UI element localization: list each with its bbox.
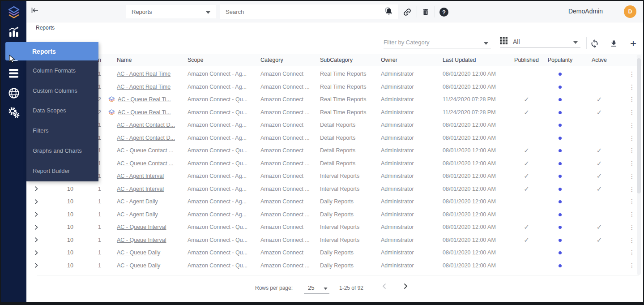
row-subcategory: Daily Reports bbox=[313, 211, 375, 218]
report-name-link[interactable]: AC - Agent Real Time bbox=[117, 71, 171, 77]
notifications-bell-icon[interactable] bbox=[383, 6, 395, 18]
active-check-icon: ✓ bbox=[597, 185, 602, 193]
row-expand-icon[interactable] bbox=[34, 186, 38, 192]
flyout-item[interactable]: Column Formats bbox=[26, 60, 98, 81]
column-header-name[interactable]: Name bbox=[105, 57, 181, 63]
rows-per-page-select[interactable]: 25 bbox=[304, 282, 329, 294]
report-name-link[interactable]: AC - Agent Real Time bbox=[117, 84, 171, 90]
row-menu-icon[interactable]: ⋮ bbox=[627, 109, 637, 116]
report-name-link[interactable]: AC - Queue Real Ti... bbox=[118, 96, 171, 103]
row-menu-icon[interactable]: ⋮ bbox=[627, 249, 637, 256]
module-select[interactable]: Reports bbox=[126, 5, 216, 18]
flyout-item[interactable]: Data Scopes bbox=[26, 101, 98, 121]
row-menu-icon[interactable]: ⋮ bbox=[627, 147, 637, 154]
row-expand-icon[interactable] bbox=[34, 199, 38, 205]
row-menu-icon[interactable]: ⋮ bbox=[627, 236, 637, 244]
globe-icon[interactable] bbox=[1, 84, 26, 102]
report-name-link[interactable]: AC - Agent Interval bbox=[117, 173, 164, 179]
scrollbar-thumb[interactable] bbox=[637, 58, 641, 193]
row-item-id: 1027 bbox=[46, 249, 73, 256]
table-body: 1AC - Agent Real TimeAmazon Connect - Ag… bbox=[26, 68, 642, 272]
row-popularity bbox=[543, 84, 577, 90]
vertical-scrollbar[interactable] bbox=[637, 55, 641, 275]
add-icon[interactable]: + bbox=[627, 37, 640, 50]
flyout-item[interactable]: Graphs and Charts bbox=[26, 141, 98, 161]
row-owner: Administrator bbox=[375, 84, 436, 90]
previous-page-icon[interactable] bbox=[382, 283, 386, 291]
column-header-active[interactable]: Active bbox=[577, 57, 622, 63]
filter-by-category-select[interactable]: Filter by Category bbox=[384, 37, 491, 48]
row-expand-icon[interactable] bbox=[34, 237, 38, 243]
report-name-link[interactable]: AC - Agent Daily bbox=[117, 211, 158, 218]
report-name-link[interactable]: AC - Queue Real Ti... bbox=[118, 109, 171, 116]
row-expand-icon[interactable] bbox=[34, 211, 38, 217]
popularity-dot bbox=[559, 124, 562, 127]
flyout-item[interactable]: Filters bbox=[26, 120, 98, 141]
row-menu-icon[interactable]: ⋮ bbox=[627, 160, 637, 167]
row-expand-icon[interactable] bbox=[34, 262, 38, 268]
view-select[interactable]: All bbox=[500, 36, 580, 47]
report-name-link[interactable]: AC - Agent Contact D... bbox=[117, 122, 175, 128]
row-expand-icon[interactable] bbox=[34, 224, 38, 230]
flyout-item[interactable]: Report Builder bbox=[26, 161, 98, 181]
row-name-cell: AC - Queue Contact ... bbox=[105, 147, 181, 154]
row-published: ✓ bbox=[510, 146, 543, 155]
row-expand-icon[interactable] bbox=[34, 250, 38, 256]
row-item-id: 1026 bbox=[46, 224, 73, 230]
row-popularity bbox=[543, 211, 577, 218]
avatar[interactable]: D bbox=[624, 5, 636, 18]
row-menu-icon[interactable]: ⋮ bbox=[627, 185, 637, 193]
active-check-icon: ✓ bbox=[597, 223, 602, 231]
help-icon[interactable]: ? bbox=[438, 6, 450, 18]
report-name-link[interactable]: AC - Queue Interval bbox=[117, 237, 166, 243]
app-logo-layers-icon[interactable] bbox=[1, 4, 26, 22]
row-menu-icon[interactable]: ⋮ bbox=[627, 172, 637, 180]
column-header-popularity[interactable]: Popularity bbox=[543, 57, 577, 63]
sidebar-collapse-icon[interactable] bbox=[31, 7, 39, 16]
download-icon[interactable] bbox=[607, 37, 620, 50]
report-name-link[interactable]: AC - Queue Interval bbox=[117, 224, 166, 230]
row-subcategory: Detail Reports bbox=[313, 147, 375, 154]
row-menu-icon[interactable]: ⋮ bbox=[627, 262, 637, 269]
flyout-item[interactable]: Custom Columns bbox=[26, 81, 98, 101]
row-menu-icon[interactable]: ⋮ bbox=[627, 96, 637, 103]
report-name-link[interactable]: AC - Queue Contact ... bbox=[117, 160, 173, 167]
column-header-last-updated[interactable]: Last Updated bbox=[436, 57, 510, 63]
row-item-id: 1025 bbox=[46, 211, 73, 218]
row-scope: Amazon Connect - Qu... bbox=[181, 160, 254, 167]
row-menu-icon[interactable]: ⋮ bbox=[627, 211, 637, 218]
row-last-updated: 08/01/2020 12:00 AM bbox=[436, 147, 510, 154]
flyout-item-reports-selected[interactable]: Reports bbox=[5, 42, 98, 60]
row-menu-icon[interactable]: ⋮ bbox=[627, 83, 637, 90]
report-name-link[interactable]: AC - Agent Interval bbox=[117, 186, 164, 192]
table-row: 1AC - Queue Contact ...Amazon Connect - … bbox=[26, 157, 642, 170]
column-header-category[interactable]: Category bbox=[254, 57, 313, 63]
trash-icon[interactable] bbox=[420, 6, 431, 18]
next-page-icon[interactable] bbox=[404, 283, 408, 291]
lists-icon[interactable] bbox=[1, 64, 26, 82]
column-header-published[interactable]: Published bbox=[510, 57, 543, 63]
row-menu-icon[interactable]: ⋮ bbox=[627, 198, 637, 205]
search-input[interactable] bbox=[226, 9, 384, 15]
grid-view-icon bbox=[500, 37, 508, 46]
refresh-icon[interactable] bbox=[588, 37, 601, 50]
row-published: ✓ bbox=[510, 236, 543, 244]
column-header-owner[interactable]: Owner bbox=[375, 57, 436, 63]
link-icon[interactable] bbox=[401, 6, 413, 18]
analytics-icon[interactable] bbox=[1, 23, 26, 41]
settings-gears-icon[interactable] bbox=[1, 104, 26, 122]
user-name[interactable]: DemoAdmin bbox=[568, 8, 603, 15]
column-header-subcategory[interactable]: SubCategory bbox=[313, 57, 375, 63]
row-menu-icon[interactable]: ⋮ bbox=[627, 121, 637, 129]
row-menu-icon[interactable]: ⋮ bbox=[627, 223, 637, 231]
report-name-link[interactable]: AC - Queue Daily bbox=[117, 262, 160, 269]
report-name-link[interactable]: AC - Queue Daily bbox=[117, 249, 160, 256]
row-menu-icon[interactable]: ⋮ bbox=[627, 134, 637, 142]
row-name-cell: AC - Agent Interval bbox=[105, 173, 181, 179]
report-name-link[interactable]: AC - Queue Contact ... bbox=[117, 147, 173, 154]
row-menu-icon[interactable]: ⋮ bbox=[627, 70, 637, 77]
report-name-link[interactable]: AC - Agent Daily bbox=[117, 198, 158, 205]
row-popularity bbox=[543, 160, 577, 167]
report-name-link[interactable]: AC - Agent Contact D... bbox=[117, 135, 175, 141]
column-header-scope[interactable]: Scope bbox=[181, 57, 254, 63]
